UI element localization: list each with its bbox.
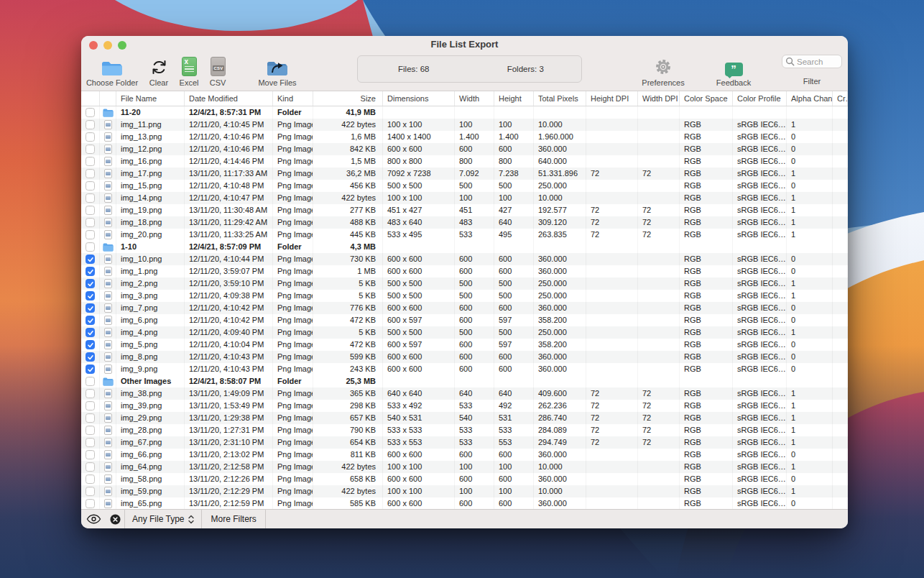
table-row[interactable]: img_3.png12/11/20, 4:09:38 PMPng Image5 …	[81, 290, 848, 302]
table-row[interactable]: img_9.png12/11/20, 4:10:43 PMPng Image24…	[81, 363, 848, 375]
row-checkbox[interactable]	[86, 206, 95, 215]
row-checkbox[interactable]	[86, 120, 95, 129]
table-row[interactable]: img_2.png12/11/20, 3:59:10 PMPng Image5 …	[81, 277, 848, 290]
table-row[interactable]: img_13.png12/11/20, 4:10:46 PMPng Image1…	[81, 131, 848, 143]
row-checkbox[interactable]	[86, 499, 95, 508]
table-row[interactable]: img_65.png13/11/20, 2:12:59 PMPng Image5…	[81, 497, 848, 509]
row-checkbox[interactable]	[86, 426, 95, 435]
table-row[interactable]: img_6.png12/11/20, 4:10:42 PMPng Image47…	[81, 314, 848, 326]
column-header-empty[interactable]	[100, 91, 116, 106]
column-header-file-name[interactable]: File Name	[116, 91, 185, 106]
column-header-total-pixels[interactable]: Total Pixels	[534, 91, 586, 106]
table-row[interactable]: img_7.png12/11/20, 4:10:42 PMPng Image77…	[81, 302, 848, 314]
table-row[interactable]: img_19.png13/11/20, 11:30:48 AMPng Image…	[81, 204, 848, 216]
table-row[interactable]: img_17.png13/11/20, 11:17:33 AMPng Image…	[81, 168, 848, 180]
table-row[interactable]: img_38.png13/11/20, 1:49:09 PMPng Image3…	[81, 387, 848, 400]
row-checkbox[interactable]	[86, 291, 95, 301]
row-checkbox[interactable]	[86, 450, 95, 459]
row-checkbox[interactable]	[86, 462, 95, 472]
column-header-height[interactable]: Height	[494, 91, 534, 106]
table-row[interactable]: img_10.png12/11/20, 4:10:44 PMPng Image7…	[81, 253, 848, 265]
preferences-button[interactable]: Preferences	[634, 54, 692, 87]
table-row[interactable]: 1-1012/4/21, 8:57:09 PMFolder4,3 MB	[81, 241, 848, 253]
row-checkbox[interactable]	[86, 389, 95, 398]
feedback-button[interactable]: ” Feedback	[708, 54, 759, 87]
row-checkbox[interactable]	[86, 267, 95, 276]
cell-size: 472 KB	[313, 314, 383, 326]
row-checkbox[interactable]	[86, 132, 95, 142]
table-row[interactable]: img_67.png13/11/20, 2:31:10 PMPng Image6…	[81, 436, 848, 449]
file-type-dropdown[interactable]: Any File Type	[125, 510, 201, 528]
csv-export-button[interactable]: CSV CSV	[203, 54, 232, 87]
row-checkbox[interactable]	[86, 279, 95, 288]
row-checkbox[interactable]	[86, 340, 95, 349]
row-checkbox[interactable]	[86, 401, 95, 410]
table-row[interactable]: img_59.png13/11/20, 2:12:29 PMPng Image4…	[81, 485, 848, 497]
column-header-height-dpi[interactable]: Height DPI	[586, 91, 638, 106]
table-row[interactable]: Other Images12/4/21, 8:58:07 PMFolder25,…	[81, 375, 848, 387]
row-checkbox[interactable]	[86, 144, 95, 154]
table-row[interactable]: img_1.png12/11/20, 3:59:07 PMPng Image1 …	[81, 265, 848, 277]
table-row[interactable]: img_11.png12/11/20, 4:10:45 PMPng Image4…	[81, 119, 848, 131]
table-row[interactable]: 11-2012/4/21, 8:57:31 PMFolder41,9 MB	[81, 106, 848, 119]
more-filters-button[interactable]: More Filters	[202, 510, 264, 528]
excel-export-button[interactable]: x Excel	[175, 54, 203, 87]
search-input[interactable]	[797, 58, 840, 66]
table-row[interactable]: img_15.png12/11/20, 4:10:48 PMPng Image4…	[81, 180, 848, 192]
clear-filter-button[interactable]	[106, 510, 124, 528]
table-row[interactable]: img_28.png13/11/20, 1:27:31 PMPng Image7…	[81, 424, 848, 436]
column-header-date-modified[interactable]: Date Modified	[185, 91, 273, 106]
column-header-dimensions[interactable]: Dimensions	[383, 91, 455, 106]
row-checkbox[interactable]	[86, 218, 95, 227]
table-row[interactable]: img_18.png13/11/20, 11:29:42 AMPng Image…	[81, 216, 848, 229]
table-row[interactable]: img_8.png12/11/20, 4:10:43 PMPng Image59…	[81, 351, 848, 363]
cell-a: 0	[787, 497, 833, 509]
table-row[interactable]: img_5.png12/11/20, 4:10:04 PMPng Image47…	[81, 339, 848, 351]
row-checkbox[interactable]	[86, 193, 95, 203]
row-checkbox[interactable]	[86, 328, 95, 337]
row-checkbox[interactable]	[86, 108, 95, 117]
preview-eye-button[interactable]	[81, 510, 106, 528]
column-header-width[interactable]: Width	[455, 91, 494, 106]
row-checkbox[interactable]	[86, 364, 95, 374]
table-row[interactable]: img_12.png12/11/20, 4:10:46 PMPng Image8…	[81, 143, 848, 155]
table-row[interactable]: img_39.png13/11/20, 1:53:49 PMPng Image2…	[81, 400, 848, 412]
row-checkbox[interactable]	[86, 181, 95, 191]
column-header-kind[interactable]: Kind	[273, 91, 313, 106]
row-checkbox[interactable]	[86, 413, 95, 423]
table-row[interactable]: img_66.png13/11/20, 2:13:02 PMPng Image8…	[81, 449, 848, 461]
move-files-button[interactable]: Move Files	[252, 54, 302, 87]
row-checkbox[interactable]	[86, 169, 95, 178]
row-checkbox[interactable]	[86, 474, 95, 484]
column-header-color-space[interactable]: Color Space	[680, 91, 733, 106]
folder-icon	[100, 375, 116, 387]
table-row[interactable]: img_4.png12/11/20, 4:09:40 PMPng Image5 …	[81, 326, 848, 339]
table-row[interactable]: img_16.png12/11/20, 4:14:46 PMPng Image1…	[81, 155, 848, 168]
column-header-cr[interactable]: Cr…	[833, 91, 848, 106]
column-header-empty[interactable]	[81, 91, 100, 106]
column-header-width-dpi[interactable]: Width DPI	[638, 91, 680, 106]
column-header-color-profile[interactable]: Color Profile	[733, 91, 787, 106]
cell-wdpi: 72	[638, 436, 680, 449]
table-row[interactable]: img_64.png13/11/20, 2:12:58 PMPng Image4…	[81, 461, 848, 473]
column-header-size[interactable]: Size	[313, 91, 383, 106]
table-row[interactable]: img_29.png13/11/20, 1:29:38 PMPng Image6…	[81, 412, 848, 424]
table-row[interactable]: img_58.png13/11/20, 2:12:26 PMPng Image6…	[81, 473, 848, 485]
search-field[interactable]	[782, 55, 842, 68]
row-checkbox[interactable]	[86, 303, 95, 313]
row-checkbox[interactable]	[86, 242, 95, 252]
row-checkbox[interactable]	[86, 157, 95, 166]
row-checkbox[interactable]	[86, 254, 95, 264]
column-header-alpha-chan[interactable]: Alpha Chan…	[787, 91, 833, 106]
row-checkbox[interactable]	[86, 230, 95, 239]
choose-folder-button[interactable]: Choose Folder	[83, 54, 142, 87]
cell-name: img_10.png	[116, 253, 185, 265]
table-row[interactable]: img_14.png12/11/20, 4:10:47 PMPng Image4…	[81, 192, 848, 204]
row-checkbox[interactable]	[86, 438, 95, 447]
row-checkbox[interactable]	[86, 352, 95, 362]
clear-button[interactable]: Clear	[143, 54, 175, 87]
row-checkbox[interactable]	[86, 377, 95, 386]
row-checkbox[interactable]	[86, 316, 95, 325]
table-row[interactable]: img_20.png13/11/20, 11:33:25 AMPng Image…	[81, 229, 848, 241]
row-checkbox[interactable]	[86, 487, 95, 496]
